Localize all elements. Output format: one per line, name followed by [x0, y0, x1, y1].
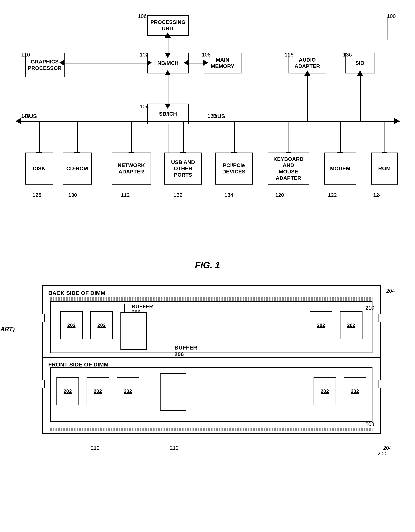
fig2-title: FIG. 2 [0, 315, 15, 325]
front-chip-1: 202 [56, 377, 79, 405]
buffer-label-front-title: BUFFER [175, 344, 197, 351]
modem-vline [340, 122, 341, 153]
back-inner-box: 202 202 BUFFER 206 202 [50, 301, 372, 353]
front-chip-4: 202 [314, 377, 336, 405]
front-buffer-box [160, 373, 186, 411]
ref-134: 134 [224, 192, 233, 198]
buffer-arrow-back [124, 304, 125, 313]
bus-line [16, 121, 400, 122]
proc-nb-line [168, 36, 168, 53]
front-label: FRONT SIDE OF DIMM [48, 361, 109, 368]
front-connector-strip [50, 428, 372, 431]
back-label: BACK SIDE OF DIMM [48, 290, 105, 296]
pci-vline [234, 122, 235, 153]
nb-sb-line [168, 74, 168, 104]
graphics-processor-box: GRAPHICS PROCESSOR [25, 53, 65, 77]
pci-devices-box: PCI/PCIe DEVICES [215, 152, 253, 185]
nb-arrow-down [165, 53, 171, 58]
ref-130: 130 [68, 192, 77, 198]
audio-vline [307, 74, 308, 122]
ref-136: 136 [343, 52, 352, 58]
proc-arrow-up [165, 32, 171, 38]
ref212-left-line [96, 436, 96, 445]
network-adapter-box: NETWORK ADAPTER [112, 152, 151, 185]
back-chip-1: 202 [60, 311, 83, 339]
front-notch-right [378, 380, 381, 388]
fig2-subtitle: (PRIOR ART) [0, 325, 15, 333]
fig2-diagram: FIG. 2 (PRIOR ART) 204 BACK SIDE OF DIMM… [16, 285, 400, 456]
ref-200: 200 [378, 451, 386, 457]
ref-104: 104 [140, 104, 149, 110]
ref-108: 108 [202, 52, 211, 58]
cdrom-vline [77, 122, 78, 153]
fig1-caption: FIG. 1 [15, 260, 400, 270]
front-chip-5: 202 [344, 377, 366, 405]
ref-208: 208 [366, 421, 374, 427]
dimm-front: BUFFER 206 FRONT SIDE OF DIMM 202 202 [43, 358, 380, 433]
buffer-label-back: BUFFER [132, 304, 153, 310]
ref-110: 110 [21, 52, 30, 58]
front-chip-3: 202 [117, 377, 139, 405]
ref-124: 124 [373, 192, 382, 198]
gpu-arrow-right [147, 60, 152, 66]
net-vline [131, 122, 132, 153]
page: 100 PROCESSING UNIT 106 NB/MCH 102 MAIN … [0, 0, 415, 532]
ref-212-center: 212 [170, 445, 179, 451]
back-connector-strip [50, 297, 372, 301]
sio-vline [360, 74, 361, 122]
ref-212-left: 212 [91, 445, 100, 451]
ref-132: 132 [174, 192, 183, 198]
fig1-diagram: 100 PROCESSING UNIT 106 NB/MCH 102 MAIN … [16, 11, 400, 256]
ref-102: 102 [140, 52, 149, 58]
nb-arrow-up2 [165, 70, 171, 75]
ref-126: 126 [33, 192, 41, 198]
ref100-line [387, 17, 388, 39]
mem-arrow-left [184, 60, 189, 66]
ref212-center-line [175, 436, 175, 445]
sb-arrow-down [165, 104, 171, 109]
sbich-down [168, 124, 168, 152]
rom-box: ROM [371, 152, 398, 185]
mem-arrow-right [203, 60, 208, 66]
disk-box: DISK [25, 152, 53, 185]
bus-arrow-left [16, 118, 21, 124]
fig2-section: FIG. 2 (PRIOR ART) 204 BACK SIDE OF DIMM… [15, 285, 400, 456]
ref-120: 120 [275, 192, 284, 198]
nb-gpu-line [65, 63, 147, 64]
modem-box: MODEM [324, 152, 356, 185]
gpu-arrow-left [59, 60, 65, 66]
bus-arrow-right [394, 118, 400, 124]
kbd-vline [288, 122, 289, 153]
keyboard-mouse-box: KEYBOARD AND MOUSE ADAPTER [268, 152, 309, 185]
ref-116: 116 [285, 52, 294, 58]
front-chip-2: 202 [87, 377, 109, 405]
ref-106: 106 [138, 13, 147, 19]
back-notch-right [378, 314, 381, 322]
ref-100: 100 [387, 13, 396, 19]
fig2-label-area: FIG. 2 (PRIOR ART) [0, 315, 15, 333]
back-chip-3: 202 [310, 311, 332, 339]
ref-204-bottom: 204 [383, 445, 392, 451]
back-chip-4: 202 [340, 311, 362, 339]
ref-140: 140 [21, 113, 30, 119]
nb-mem-line [189, 63, 204, 64]
cd-rom-box: CD-ROM [63, 152, 92, 185]
back-buffer-box [120, 312, 147, 350]
front-notch-left [41, 380, 45, 388]
ref-112: 112 [121, 192, 130, 198]
dimm-outer: 204 BACK SIDE OF DIMM 210 202 [42, 285, 381, 434]
usb-ports-box: USB AND OTHER PORTS [164, 152, 202, 185]
disk-vline [39, 122, 40, 153]
ref-138: 138 [208, 113, 216, 119]
front-inner-box: 202 202 202 202 [50, 367, 372, 422]
rom-vline [385, 122, 385, 153]
buffer-num-front-title: 206 [175, 351, 184, 357]
usb-vline [183, 122, 184, 153]
ref-204-top: 204 [386, 288, 395, 294]
sio-arrow [357, 70, 363, 76]
fig2-refs-row: 212 212 204 200 [42, 434, 381, 456]
back-chip-2: 202 [90, 311, 113, 339]
audio-arrow [304, 70, 310, 76]
back-notch-left [41, 314, 45, 322]
dimm-back: BACK SIDE OF DIMM 210 202 202 [43, 286, 380, 358]
